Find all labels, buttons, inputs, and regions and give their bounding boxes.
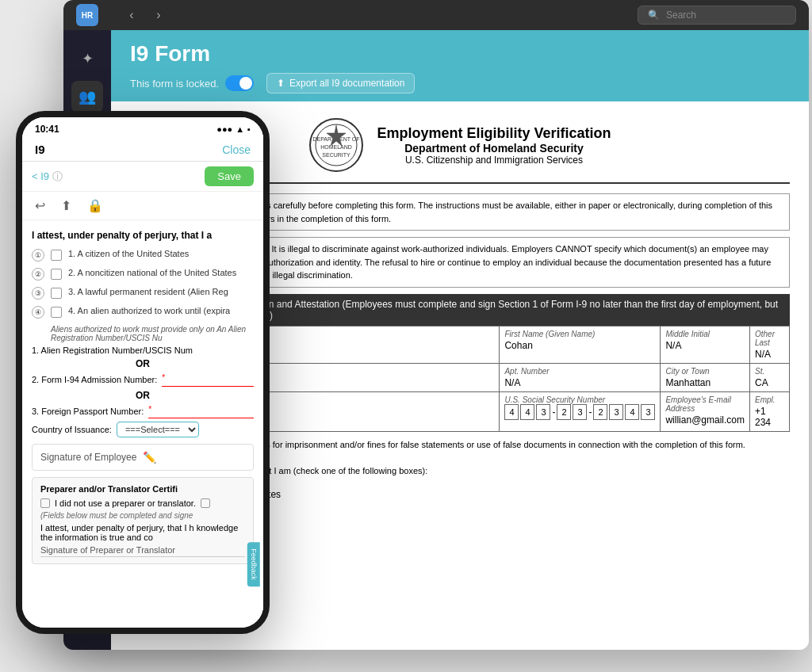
circle-4: ④ [32,306,44,319]
phone-form-content: I attest, under penalty of perjury, that… [22,220,263,628]
info-icon: ⓘ [52,170,63,184]
first-name-label: First Name (Given Name) [504,330,655,338]
ssn-sep-2: - [588,407,592,418]
checkbox-1[interactable] [51,250,62,261]
preparer-attest-text: I attest, under penalty of perjury, that… [40,523,245,542]
ssn-cell: U.S. Social Security Number 4 4 3 - 2 3 … [500,391,661,431]
apt-value: N/A [504,376,655,388]
svg-marker-5 [327,125,346,146]
phone-breadcrumb[interactable]: < I9 ⓘ [32,170,63,184]
preparer-title: Preparer and/or Translator Certifi [40,484,245,494]
item-1-text: 1. A citizen of the United States [68,249,189,258]
email-value: willian@gmail.com [665,413,745,426]
export-label: Export all I9 documentation [289,78,404,89]
alien-reg-row: 1. Alien Registration Number/USCIS Num [32,346,254,355]
phone-close-button[interactable]: Close [222,143,251,156]
doc-subtitle2: U.S. Citizenship and Immigration Service… [377,155,611,166]
svg-text:SECURITY: SECURITY [323,152,351,158]
sidebar-item-people[interactable]: 👥 [71,81,103,113]
lock-toggle[interactable] [225,75,254,91]
phone-attest-text: I attest, under penalty of perjury, that… [32,230,254,241]
search-bar[interactable]: 🔍 Search [638,6,796,25]
country-label: Country of Issuance: [32,425,112,434]
search-placeholder: Search [666,10,696,21]
page-title: I9 Form [130,41,790,67]
country-select[interactable]: ===Select=== [117,422,199,437]
ssn-digit-7: 3 [609,404,623,420]
ssn-digit-1: 4 [504,404,519,420]
passport-input[interactable]: * [148,404,254,418]
alien-reg-label: 1. Alien Registration Number/USCIS Num [32,346,193,355]
forward-icon[interactable]: › [147,4,170,26]
hr-logo: HR [76,4,98,26]
passport-label: 3. Foreign Passport Number: [32,407,144,416]
share-icon[interactable]: ⬆ [61,198,71,213]
item-4-text: 4. An alien authorized to work until (ex… [68,306,230,315]
feedback-tab[interactable]: Feedback [247,542,260,586]
mobile-phone: 10:41 ●●● ▲ ▪ I9 Close < I9 ⓘ Save ↩ ⬆ 🔒 [16,111,270,634]
phone-item-1: ① 1. A citizen of the United States [32,249,254,262]
i94-input[interactable]: * [162,372,254,387]
doc-title: Employment Eligibility Verification [377,125,611,142]
email-label: Employee's E-mail Address [665,395,745,413]
sidebar-item-home[interactable]: ✦ [71,43,103,74]
first-name-cell: First Name (Given Name) Cohan [500,326,661,363]
middle-initial-cell: Middle Initial N/A [661,326,750,363]
state-label: St. [755,367,784,376]
status-icons: ●●● ▲ ▪ [216,124,251,134]
preparer-checkbox2[interactable] [201,498,210,508]
doc-titles: Employment Eligibility Verification Depa… [377,125,611,166]
title-bar: HR ‹ › 🔍 Search [63,0,809,30]
ssn-sep-1: - [552,407,555,418]
dept-seal-svg: DEPARTMENT OF HOMELAND SECURITY [308,117,364,173]
lock-status: This form is locked. [130,75,254,91]
passport-row: 3. Foreign Passport Number: * [32,404,254,418]
circle-2: ② [32,268,44,281]
signature-area[interactable]: Signature of Employee ✏️ [32,444,254,471]
i94-row: 2. Form I-94 Admission Number: * [32,372,254,387]
back-icon[interactable]: ‹ [121,4,143,26]
checkbox-2[interactable] [51,269,62,280]
apt-cell: Apt. Number N/A [500,363,661,391]
phone-item-2: ② 2. A noncitizen national of the United… [32,268,254,281]
phone-time: 10:41 [35,124,59,135]
titlebar-nav: ‹ › [121,4,170,26]
page-toolbar: This form is locked. ⬆ Export all I9 doc… [130,73,790,94]
checkbox-4[interactable] [51,307,62,318]
state-value: CA [755,376,784,388]
phone-save-button[interactable]: Save [205,166,254,186]
titlebar-right: 🔍 Search [638,6,796,25]
phone-label: Empl. [755,395,784,404]
first-name-value: Cohan [504,338,655,351]
preparer-checkbox-label: I did not use a preparer or translator. [55,498,196,508]
other-last-label: Other Last [755,330,784,347]
email-cell: Employee's E-mail Address willian@gmail.… [661,391,750,431]
lock-label: This form is locked. [130,78,219,90]
export-button[interactable]: ⬆ Export all I9 documentation [266,73,415,94]
titlebar-left: HR ‹ › [76,4,170,26]
ssn-digit-5: 3 [573,404,587,420]
preparer-section: Preparer and/or Translator Certifi I did… [32,477,254,564]
phone-subbar: < I9 ⓘ Save [22,162,263,192]
export-icon: ⬆ [277,78,285,89]
ssn-digit-2: 4 [520,404,534,420]
city-label: City or Town [665,367,745,376]
or-text-2: OR [32,390,254,401]
phone-item-3: ③ 3. A lawful permanent resident (Alien … [32,287,254,300]
page-header: I9 Form This form is locked. ⬆ Export al… [111,30,809,101]
city-value: Manhattan [665,376,745,388]
apt-label: Apt. Number [504,367,655,376]
other-last-cell: Other Last N/A [750,326,790,363]
undo-icon[interactable]: ↩ [35,198,45,213]
lock-icon[interactable]: 🔒 [87,198,103,213]
state-cell: St. CA [750,363,790,391]
phone-screen: 10:41 ●●● ▲ ▪ I9 Close < I9 ⓘ Save ↩ ⬆ 🔒 [22,117,263,628]
checkbox-3[interactable] [51,288,62,299]
middle-initial-value: N/A [665,338,745,351]
preparer-checkbox[interactable] [40,498,50,508]
preparer-checkbox-row: I did not use a preparer or translator. [40,498,245,508]
ssn-digit-3: 3 [536,404,550,420]
doc-subtitle: Department of Homeland Security [377,142,611,155]
phone-actions: ↩ ⬆ 🔒 [22,192,263,220]
toggle-knob [239,77,252,90]
